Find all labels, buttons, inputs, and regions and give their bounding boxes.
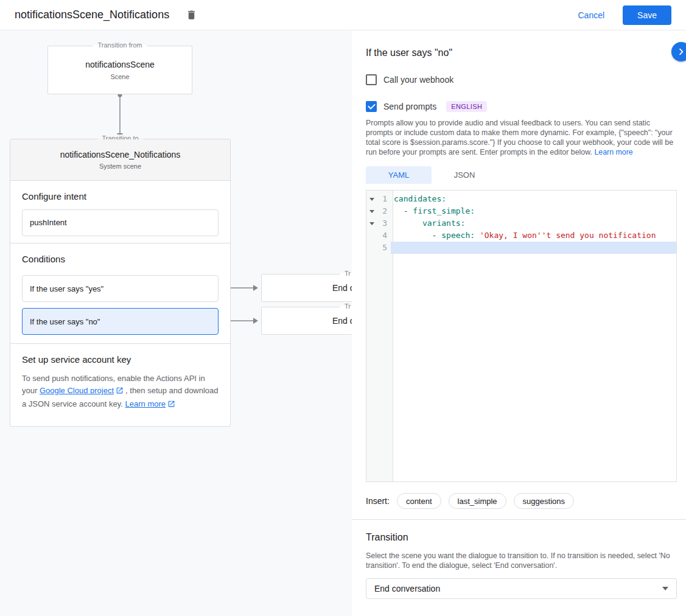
scene-diagram-canvas: Transition from notificationsScene Scene… [0, 30, 352, 616]
external-link-icon [116, 386, 124, 398]
scene-card-subtitle: System scene [10, 163, 230, 170]
delete-scene-button[interactable] [183, 7, 200, 24]
line-number: 3 [377, 217, 391, 229]
transition-description: Select the scene you want the dialogue t… [366, 551, 677, 570]
save-button[interactable]: Save [623, 5, 671, 25]
transition-heading: Transition [366, 532, 677, 543]
code-line: 3 variants: [366, 217, 676, 229]
transition-select-value: End conversation [374, 584, 440, 593]
send-prompts-checkbox[interactable] [366, 101, 377, 112]
from-node-subtitle: Scene [110, 73, 129, 80]
transition-select[interactable]: End conversation [366, 578, 677, 599]
tab-json[interactable]: JSON [432, 166, 497, 184]
end-conversation-node-1[interactable]: Tr End c [261, 274, 352, 302]
code-line: 2 - first_simple: [366, 205, 676, 217]
configure-intent-section: Configure intent pushIntent [10, 181, 230, 243]
panel-title: If the user says "no" [366, 47, 677, 58]
dropdown-caret-icon [662, 587, 668, 590]
insert-row: Insert: content last_simple suggestions [366, 493, 677, 509]
call-webhook-label: Call your webhook [383, 75, 453, 85]
insert-last-simple-button[interactable]: last_simple [449, 493, 506, 509]
insert-label: Insert: [366, 496, 390, 506]
call-webhook-checkbox[interactable] [366, 74, 377, 85]
chevron-right-icon [674, 45, 686, 58]
line-number: 2 [377, 205, 391, 217]
editor-tabs: YAML JSON [366, 166, 677, 184]
scene-card-title: notificationsScene_Notifications [10, 150, 230, 159]
service-account-section: Set up service account key To send push … [10, 344, 230, 426]
trash-icon [186, 9, 197, 21]
code-line: 4 - speech: 'Okay, I won''t send you not… [366, 229, 676, 242]
scene-card: Transition to notificationsScene_Notific… [10, 139, 231, 427]
language-badge: ENGLISH [446, 101, 487, 112]
app-header: notificationsScene_Notifications Cancel … [0, 0, 686, 30]
fold-toggle-icon[interactable] [366, 193, 377, 205]
service-account-heading: Set up service account key [22, 354, 219, 365]
learn-more-link[interactable]: Learn more [125, 399, 166, 408]
prompts-description: Prompts allow you to provide audio and v… [366, 118, 677, 157]
prompts-row: Send prompts ENGLISH [366, 101, 677, 112]
fold-gutter [366, 242, 377, 254]
end-conversation-node-2[interactable]: Tr End c [261, 307, 352, 335]
from-node-title: notificationsScene [85, 60, 155, 69]
section-divider [352, 519, 686, 520]
conditions-section: Conditions If the user says "yes" If the… [10, 243, 230, 344]
from-scene-node[interactable]: Transition from notificationsScene Scene [47, 46, 192, 94]
from-node-overline: Transition from [93, 41, 147, 49]
conditions-heading: Conditions [22, 254, 219, 265]
external-link-icon [167, 399, 175, 411]
insert-content-button[interactable]: content [397, 493, 441, 509]
code-editor[interactable]: 1candidates:2 - first_simple:3 variants:… [366, 190, 677, 482]
condition-user-says-no[interactable]: If the user says "no" [22, 308, 219, 335]
insert-suggestions-button[interactable]: suggestions [514, 493, 574, 509]
collapse-panel-button[interactable] [671, 42, 686, 61]
fold-toggle-icon[interactable] [366, 217, 377, 229]
configure-intent-heading: Configure intent [22, 191, 219, 202]
code-line: 1candidates: [366, 193, 676, 205]
line-number: 5 [377, 242, 391, 254]
fold-toggle-icon[interactable] [366, 205, 377, 217]
fold-gutter [366, 229, 377, 242]
tab-yaml[interactable]: YAML [366, 166, 432, 184]
line-number: 1 [377, 193, 391, 205]
line-number: 4 [377, 229, 391, 242]
service-account-text: To send push notifications, enable the A… [22, 373, 222, 411]
page-title: notificationsScene_Notifications [15, 9, 169, 21]
code-line: 5 [366, 242, 676, 254]
send-prompts-label: Send prompts [383, 102, 436, 111]
scene-card-header: notificationsScene_Notifications System … [10, 139, 230, 181]
cancel-button[interactable]: Cancel [578, 10, 604, 20]
condition-user-says-yes[interactable]: If the user says "yes" [22, 275, 219, 302]
condition-editor-panel: If the user says "no" Call your webhook … [352, 30, 686, 616]
webhook-row: Call your webhook [366, 74, 677, 85]
intent-pushintent[interactable]: pushIntent [22, 209, 219, 236]
prompts-learn-more-link[interactable]: Learn more [594, 148, 632, 156]
google-cloud-project-link[interactable]: Google Cloud project [40, 386, 114, 395]
